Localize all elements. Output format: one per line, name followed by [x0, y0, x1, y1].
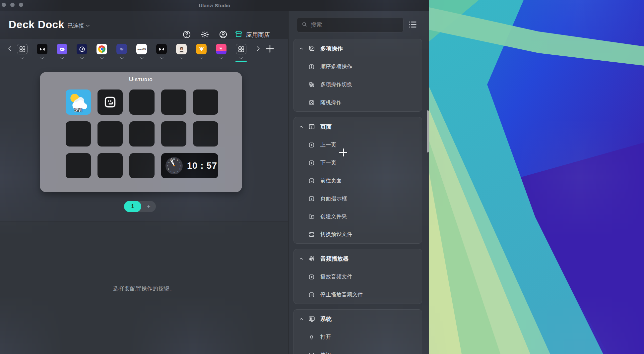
- action-item[interactable]: 1页面指示框: [294, 190, 422, 207]
- selected-profile-underline: [235, 61, 247, 62]
- desktop-wallpaper: [429, 0, 644, 354]
- multi-action-icon: [308, 45, 315, 52]
- svg-text:6: 6: [173, 171, 174, 173]
- action-item[interactable]: 随机操作: [294, 93, 422, 111]
- random-icon: [308, 99, 315, 106]
- deck-key-empty[interactable]: [129, 89, 155, 115]
- deck-key-empty[interactable]: [161, 121, 186, 147]
- profile-item-robot[interactable]: [57, 44, 67, 59]
- next-page-icon: [308, 159, 315, 166]
- deck-key-empty[interactable]: [66, 153, 91, 178]
- action-section-card: 音频播放器播放音频文件停止播放音频文件: [293, 249, 422, 304]
- close-icon: [308, 352, 315, 354]
- deck-key-weather[interactable]: 深圳: [66, 89, 91, 115]
- profile-item-capcut[interactable]: [156, 44, 167, 59]
- open-icon: [308, 334, 315, 341]
- action-item[interactable]: 关闭: [294, 346, 422, 354]
- profile-item-macos[interactable]: macOS: [136, 44, 147, 59]
- panel-scrollbar[interactable]: [427, 110, 429, 152]
- section-title: 多项操作: [320, 45, 343, 52]
- connection-status-dropdown[interactable]: 已连接: [67, 22, 90, 29]
- action-item-label: 页面指示框: [320, 195, 347, 202]
- section-header[interactable]: 多项操作: [294, 39, 422, 58]
- action-item[interactable]: 创建文件夹: [294, 207, 422, 225]
- action-item-label: 上一页: [320, 142, 336, 148]
- deck-key-clock[interactable]: 12345678910111210 : 57: [161, 153, 218, 178]
- profile-item-music[interactable]: [77, 44, 87, 59]
- action-item-label: 多项操作切换: [320, 81, 352, 88]
- scroll-profiles-right-button[interactable]: [254, 45, 262, 53]
- screen: Ulanzi Studio Deck Dock 已连接 应用商店 macOS: [0, 0, 644, 354]
- window-title: Ulanzi Studio: [0, 0, 429, 11]
- section-header[interactable]: 音频播放器: [294, 249, 422, 268]
- chevron-down-icon: [239, 56, 244, 61]
- profile-item-grid[interactable]: [236, 44, 246, 59]
- add-page-button[interactable]: +: [141, 201, 156, 212]
- stop-audio-icon: [308, 291, 315, 298]
- app-store-button[interactable]: 应用商店: [234, 30, 270, 40]
- action-item-label: 随机操作: [320, 99, 342, 106]
- chevron-down-icon: [40, 56, 45, 61]
- action-item[interactable]: 打开: [294, 328, 422, 346]
- titlebar: Ulanzi Studio: [0, 0, 429, 11]
- deck-key-empty[interactable]: [161, 89, 186, 115]
- app-store-label: 应用商店: [246, 31, 270, 39]
- action-item[interactable]: 播放音频文件: [294, 268, 422, 286]
- chevron-down-icon: [60, 56, 65, 61]
- account-icon: [219, 30, 228, 39]
- chevron-up-icon: [298, 316, 304, 322]
- select-key-hint: 选择要配置操作的按键。: [0, 285, 288, 292]
- chevron-down-icon: [99, 56, 104, 61]
- page-1-button[interactable]: 1: [124, 201, 141, 212]
- account-button[interactable]: [219, 30, 228, 39]
- svg-text:5: 5: [177, 170, 178, 172]
- connection-status-label: 已连接: [67, 22, 84, 29]
- deck-key-empty[interactable]: [193, 121, 218, 147]
- chevron-right-icon: [254, 45, 262, 53]
- action-item-label: 切换预设文件: [320, 231, 352, 238]
- section-header[interactable]: 页面: [294, 117, 422, 136]
- action-item[interactable]: 上一页: [294, 136, 422, 154]
- action-item[interactable]: 下一页: [294, 154, 422, 172]
- plus-icon: [264, 43, 276, 54]
- svg-text:11: 11: [170, 159, 172, 161]
- action-item[interactable]: 停止播放音频文件: [294, 286, 422, 304]
- action-item[interactable]: 多项操作切换: [294, 76, 422, 93]
- add-profile-button[interactable]: [264, 43, 276, 54]
- list-view-button[interactable]: [408, 19, 418, 30]
- search-icon: [301, 21, 308, 28]
- profile-item-avatar[interactable]: [176, 44, 187, 59]
- deck-key-empty[interactable]: [66, 121, 91, 147]
- svg-text:8: 8: [168, 168, 169, 170]
- action-item[interactable]: 切换预设文件: [294, 225, 422, 243]
- profile-item-chrome[interactable]: [97, 44, 107, 59]
- profile-item-wink-emoji[interactable]: [116, 44, 127, 59]
- action-section-card: 页面上一页下一页前往页面1页面指示框创建文件夹切换预设文件: [293, 117, 422, 244]
- frame-key-icon: [104, 96, 116, 108]
- chevron-down-icon: [139, 56, 144, 61]
- deck-key-empty[interactable]: [97, 121, 123, 147]
- deck-key-frame[interactable]: [97, 89, 123, 115]
- search-input[interactable]: [311, 22, 399, 28]
- action-item[interactable]: 前往页面: [294, 172, 422, 190]
- deck-key-empty[interactable]: [129, 121, 155, 147]
- deck-key-empty[interactable]: [97, 153, 123, 178]
- section-title: 系统: [320, 315, 332, 323]
- action-item[interactable]: 顺序多项操作: [294, 58, 422, 76]
- grid-glyph-icon: [237, 45, 245, 53]
- help-button[interactable]: [182, 30, 191, 39]
- profile-item-grid[interactable]: [17, 44, 28, 59]
- profile-item-bulb[interactable]: [196, 44, 207, 59]
- action-item-label: 关闭: [320, 352, 331, 354]
- profile-item-ksong[interactable]: [216, 44, 226, 59]
- section-header[interactable]: 系统: [294, 310, 422, 328]
- actions-panel: 多项操作顺序多项操作多项操作切换随机操作页面上一页下一页前往页面1页面指示框创建…: [288, 11, 429, 354]
- goto-page-icon: [308, 177, 315, 184]
- deck-key-empty[interactable]: [193, 89, 218, 115]
- deck-key-empty[interactable]: [129, 153, 155, 178]
- action-item-label: 打开: [320, 334, 331, 341]
- settings-button[interactable]: [200, 30, 210, 39]
- weather-city-label: 深圳: [66, 107, 91, 113]
- scroll-profiles-left-button[interactable]: [6, 45, 14, 53]
- profile-item-capcut[interactable]: [37, 44, 47, 59]
